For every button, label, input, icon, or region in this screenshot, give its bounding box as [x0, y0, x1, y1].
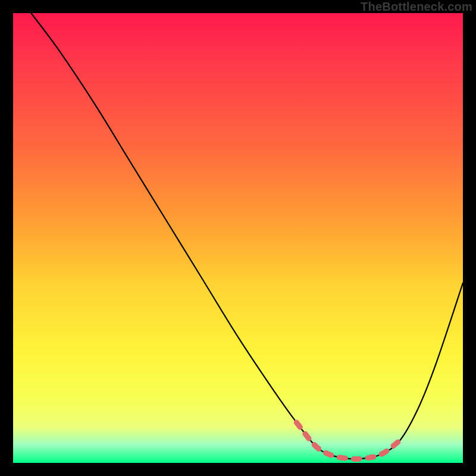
highlight-band-path	[296, 422, 400, 459]
main-curve-path	[31, 13, 463, 459]
chart-svg	[13, 13, 463, 463]
chart-frame: TheBottleneck.com	[0, 0, 476, 476]
plot-area	[13, 13, 463, 463]
watermark-text: TheBottleneck.com	[361, 0, 472, 14]
